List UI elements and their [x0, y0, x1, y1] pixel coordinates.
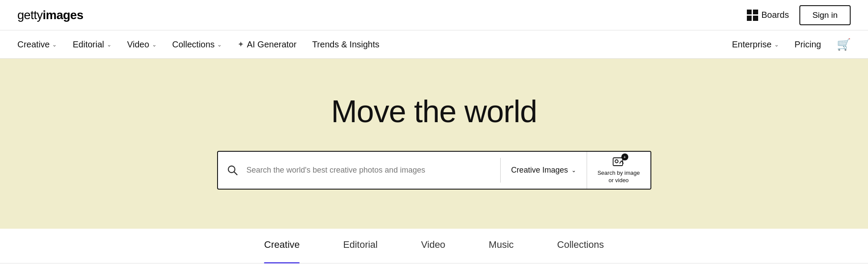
nav-item-pricing[interactable]: Pricing [795, 40, 821, 50]
nav-item-enterprise[interactable]: Enterprise ⌄ [732, 40, 779, 50]
nav-bar: Creative ⌄ Editorial ⌄ Video ⌄ Collectio… [0, 30, 868, 59]
search-by-image-button[interactable]: + Search by image or video [587, 152, 650, 189]
svg-line-5 [234, 172, 237, 175]
svg-rect-2 [747, 16, 752, 21]
tab-video[interactable]: Video [421, 239, 446, 252]
search-image-badge: + [621, 153, 628, 160]
chevron-down-icon: ⌄ [774, 41, 779, 48]
search-image-icon: + [613, 156, 625, 168]
boards-label: Boards [762, 10, 789, 20]
search-image-label: Search by image or video [597, 170, 640, 184]
sparkle-icon: ✦ [238, 40, 244, 49]
chevron-down-icon: ⌄ [107, 41, 112, 48]
svg-rect-1 [753, 10, 758, 14]
svg-rect-3 [753, 16, 758, 21]
chevron-down-icon: ⌄ [571, 167, 576, 173]
nav-item-creative[interactable]: Creative ⌄ [17, 40, 57, 50]
tab-collections[interactable]: Collections [557, 239, 604, 252]
search-input[interactable] [247, 152, 500, 189]
nav-item-ai-generator[interactable]: ✦ AI Generator [238, 40, 297, 50]
cart-icon[interactable]: 🛒 [837, 38, 851, 51]
tab-music[interactable]: Music [489, 239, 514, 252]
chevron-down-icon: ⌄ [152, 41, 157, 48]
logo[interactable]: gettyimages [17, 8, 83, 22]
hero-section: Move the world Creative Images ⌄ + Sear [0, 59, 868, 229]
search-bar: Creative Images ⌄ + Search by image or v… [217, 151, 651, 190]
hero-title: Move the world [331, 93, 537, 129]
nav-item-video[interactable]: Video ⌄ [127, 40, 157, 50]
nav-left: Creative ⌄ Editorial ⌄ Video ⌄ Collectio… [17, 40, 732, 50]
top-bar: gettyimages Boards Sign in [0, 0, 868, 30]
nav-item-collections[interactable]: Collections ⌄ [172, 40, 222, 50]
chevron-down-icon: ⌄ [217, 41, 222, 48]
search-type-label: Creative Images [511, 166, 568, 175]
logo-text: gettyimages [17, 8, 83, 22]
bottom-tabs: Creative Editorial Video Music Collectio… [0, 229, 868, 263]
sign-in-button[interactable]: Sign in [799, 5, 851, 25]
nav-item-trends[interactable]: Trends & Insights [312, 40, 380, 50]
search-type-selector[interactable]: Creative Images ⌄ [501, 152, 587, 189]
nav-item-editorial[interactable]: Editorial ⌄ [73, 40, 111, 50]
tab-creative[interactable]: Creative [264, 239, 300, 252]
nav-right: Enterprise ⌄ Pricing 🛒 [732, 38, 851, 51]
boards-icon [747, 10, 758, 21]
svg-rect-0 [747, 10, 752, 14]
chevron-down-icon: ⌄ [52, 41, 57, 48]
svg-point-7 [615, 160, 618, 163]
tab-editorial[interactable]: Editorial [343, 239, 377, 252]
boards-button[interactable]: Boards [747, 10, 789, 21]
search-icon [218, 152, 247, 189]
top-bar-right: Boards Sign in [747, 5, 851, 25]
